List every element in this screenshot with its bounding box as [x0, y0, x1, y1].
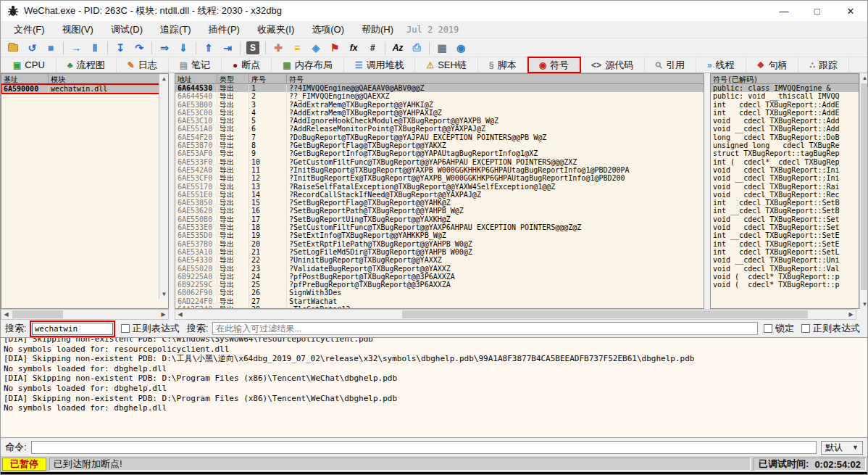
- log-output[interactable]: [DIA] Skipping non-existent PDB: C:\Wind…: [1, 337, 868, 438]
- decoded-row[interactable]: void __cdecl TXBugReport::Val: [711, 265, 859, 273]
- decoded-row[interactable]: int (__cdecl*__cdecl TXBugRep: [711, 158, 859, 166]
- tab-script[interactable]: §脚本: [478, 57, 528, 73]
- symbol-row[interactable]: 6AE542A0导出11?InitBugReport@TXBugReport@@…: [175, 166, 704, 174]
- run-to-selection-icon[interactable]: ⇒: [156, 40, 173, 56]
- decoded-row[interactable]: void __cdecl TXBugReport::Ini: [711, 166, 859, 174]
- decoded-row[interactable]: unsigned long __cdecl TXBugRe: [711, 141, 859, 149]
- symbol-row[interactable]: 6AE53CF0导出12?InitBugReportEx@TXBugReport…: [175, 174, 704, 182]
- symbol-row[interactable]: 6AE53C10导出5?AddIgnoreHookCheckModule@TXB…: [175, 117, 704, 125]
- tab-trace[interactable]: ∴跟踪: [798, 57, 849, 73]
- menu-item-help[interactable]: 帮助(H): [353, 22, 402, 38]
- decoded-row[interactable]: void __cdecl TXBugReport::Ini: [711, 174, 859, 182]
- decoded-row[interactable]: public: class IMVQQEngine & _: [711, 84, 859, 92]
- decoded-row[interactable]: void __cdecl TXBugReport::Uni: [711, 256, 859, 264]
- symbol-row[interactable]: 6B062F90导出26SignWith3Des: [175, 289, 704, 297]
- run-icon[interactable]: →: [67, 40, 85, 56]
- command-profile-dropdown[interactable]: 默认 ▼: [821, 441, 863, 455]
- scroll-down-arrow[interactable]: ▼: [860, 300, 868, 309]
- symbol-row[interactable]: 6A644530导出1??4IMVQQEngine@@QAEAAV0@ABV0@…: [175, 84, 704, 92]
- scroll-up-arrow[interactable]: ▲: [159, 74, 169, 83]
- case-icon[interactable]: Az: [389, 40, 406, 56]
- tab-source[interactable]: <>源代码: [580, 57, 645, 73]
- bookmark-icon[interactable]: ⚑: [326, 40, 343, 56]
- decoded-row[interactable]: int __cdecl TXBugReport::AddE: [711, 101, 859, 109]
- tab-breakpoints[interactable]: ●断点: [222, 57, 272, 73]
- tab-log[interactable]: ✎日志: [117, 57, 169, 73]
- symbol-row[interactable]: 6B9225A0导出24?pfPostBugReport@TXBugReport…: [175, 273, 704, 281]
- execute-till-return-icon[interactable]: ⇓: [175, 40, 192, 56]
- comment-icon[interactable]: ≡: [288, 40, 306, 56]
- decoded-row[interactable]: int __cdecl TXBugReport::SetL: [711, 248, 859, 256]
- decoded-row[interactable]: int __cdecl TXBugReport::SetB: [711, 207, 859, 215]
- patch-icon[interactable]: ✚: [270, 40, 287, 56]
- symbol-row[interactable]: 6B92259C导出25?pfPreBugReport@TXBugReport@…: [175, 281, 704, 289]
- decoded-row[interactable]: int __cdecl TXBugReport::AddE: [711, 109, 859, 117]
- module-search-input[interactable]: [32, 323, 113, 335]
- settings-globe-icon[interactable]: ◉: [452, 40, 470, 56]
- decoded-row[interactable]: void __cdecl TXBugReport::Rai: [711, 183, 859, 191]
- step-out-icon[interactable]: ⇑: [200, 40, 217, 56]
- hash-icon[interactable]: #: [364, 40, 381, 56]
- open-file-icon[interactable]: [4, 40, 22, 56]
- menu-item-favourites[interactable]: 收藏夹(I): [249, 22, 303, 38]
- symbol-row[interactable]: 6AE551E0导出14?RecordCallStackIfNeed@TXBug…: [175, 191, 704, 199]
- symbol-row[interactable]: 6AD224F0导出27StartWachat: [175, 297, 704, 305]
- symbol-row[interactable]: 6AE551A0导出6?AddReleaseMonitorPoint@TXBug…: [175, 125, 704, 133]
- decoded-row[interactable]: int __cdecl TXBugReport::SetE: [711, 240, 859, 248]
- decoded-row[interactable]: struct TXBugReport::tagBugRep: [711, 149, 859, 157]
- symbol-row[interactable]: 6AE55170导出13?RaiseSelfFatalException@TXB…: [175, 183, 704, 191]
- menu-item-plugins[interactable]: 插件(P): [200, 22, 249, 38]
- symbol-row[interactable]: 6AE53AF0导出9?GetBugReportInfo@TXBugReport…: [175, 149, 704, 157]
- regex-checkbox[interactable]: [121, 324, 130, 333]
- function-icon[interactable]: fx: [345, 40, 362, 56]
- decoded-row[interactable]: public: void __thiscall IMVQQ: [711, 92, 859, 100]
- tab-references[interactable]: ⚲引用: [645, 57, 696, 73]
- close-button[interactable]: ✕: [834, 1, 867, 21]
- tab-seh[interactable]: ⚠SEH链: [415, 57, 478, 73]
- scroll-down-arrow[interactable]: ▼: [159, 289, 169, 299]
- strings-icon[interactable]: S: [244, 40, 262, 56]
- stop-icon[interactable]: ■: [42, 40, 59, 56]
- tab-cpu[interactable]: ▣CPU: [2, 57, 57, 73]
- symbol-row[interactable]: 6AE54F20导出7?DoBugReport@TXBugReport@@YAJ…: [175, 133, 704, 141]
- filter-input[interactable]: [212, 322, 758, 335]
- symbol-row[interactable]: 6AE53620导出16?SetBugReportPath@TXBugRepor…: [175, 207, 704, 215]
- symbol-row[interactable]: 6AE53870导出8?GetBugReportFlag@TXBugReport…: [175, 141, 704, 149]
- modules-icon[interactable]: ⎙: [408, 40, 425, 56]
- decoded-row[interactable]: void __cdecl TXBugReport::Add: [711, 125, 859, 133]
- decoded-row[interactable]: int __cdecl TXBugReport::SetB: [711, 199, 859, 207]
- scroll-right-arrow[interactable]: ▶: [159, 310, 168, 319]
- command-input[interactable]: [31, 441, 817, 454]
- symbol-row[interactable]: 6A644540导出2??_FIMVQQEngine@@QAEXXZ: [175, 92, 704, 100]
- pause-icon[interactable]: Ⅱ: [86, 40, 104, 56]
- menu-item-view[interactable]: 视图(V): [54, 22, 102, 38]
- tab-notes[interactable]: ▤笔记: [169, 57, 222, 73]
- module-row[interactable]: 6A590000wechatwin.dll: [1, 84, 159, 94]
- symbol-row[interactable]: 6AE535D0导出19?SetExtInfo@TXBugReport@@YAH…: [175, 231, 704, 239]
- scroll-thumb[interactable]: [402, 310, 808, 318]
- menu-item-debug[interactable]: 调试(D): [102, 22, 151, 38]
- lock-checkbox[interactable]: [764, 324, 772, 333]
- scroll-left-arrow[interactable]: ◀: [175, 310, 185, 319]
- decoded-row[interactable]: int __cdecl TXBugReport::SetE: [711, 231, 859, 239]
- run-to-user-code-icon[interactable]: ⇥: [219, 40, 236, 56]
- step-into-icon[interactable]: ↧: [112, 40, 129, 56]
- tab-graph[interactable]: ♣流程图: [57, 57, 117, 73]
- symbol-row[interactable]: 6AE53A10导出21?SetLogFileMd5Dir@TXBugRepor…: [175, 248, 704, 256]
- symbol-row[interactable]: 6AE537B0导出20?SetExtRptFilePath@TXBugRepo…: [175, 240, 704, 248]
- decoded-row[interactable]: long __cdecl TXBugReport::DoB: [711, 133, 859, 141]
- menu-item-options[interactable]: 选项(O): [303, 22, 353, 38]
- tab-symbols[interactable]: ◉符号: [528, 57, 580, 73]
- symbol-row[interactable]: 6AE53C00导出4?AddExtraMem@TXBugReport@@YAH…: [175, 109, 704, 117]
- symbol-row[interactable]: 6AE54330导出22?UninitBugReport@TXBugReport…: [175, 256, 704, 264]
- tab-handles[interactable]: ❖句柄: [746, 57, 799, 73]
- symbol-row[interactable]: 6AE53B00导出3?AddExtraMem@TXBugReport@@YAH…: [175, 101, 704, 109]
- tab-callstack[interactable]: ☰调用堆栈: [344, 57, 416, 73]
- symbol-row[interactable]: 6AE533E0导出18?SetCustomFiltFunc@TXBugRepo…: [175, 223, 704, 231]
- decoded-row[interactable]: void (__cdecl* TXBugReport::p: [711, 273, 859, 281]
- scroll-left-arrow[interactable]: ◀: [1, 310, 11, 319]
- label-icon[interactable]: ◈: [307, 40, 325, 56]
- decoded-row[interactable]: void __cdecl TXBugReport::Set: [711, 223, 859, 231]
- menu-item-file[interactable]: 文件(F): [5, 22, 54, 38]
- scroll-thumb[interactable]: [12, 310, 63, 318]
